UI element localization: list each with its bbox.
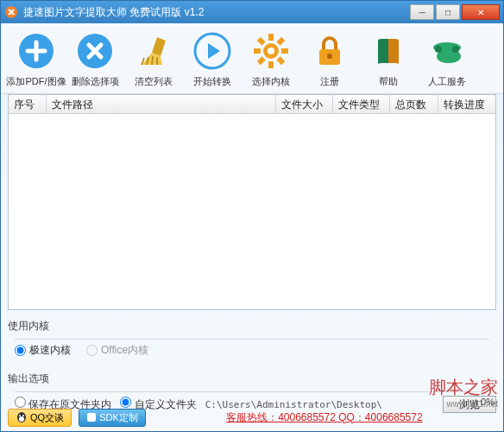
clear-button[interactable]: 清空列表 xyxy=(125,29,182,90)
engine-panel: 使用内核 极速内核 Office内核 xyxy=(8,315,496,363)
col-size[interactable]: 文件大小 xyxy=(276,95,333,113)
play-icon xyxy=(192,30,233,72)
help-button[interactable]: 帮助 xyxy=(360,29,417,90)
svg-rect-9 xyxy=(276,37,285,46)
output-label: 输出选项 xyxy=(8,368,496,390)
svg-rect-8 xyxy=(281,48,288,54)
engine-button[interactable]: 选择内核 xyxy=(243,29,299,90)
sdk-button[interactable]: SDK定制 xyxy=(79,409,146,427)
toolbar: 添加PDF/图像 删除选择项 清空列表 开始转换 选择内核 注册 帮助 人工服 xyxy=(1,23,503,94)
add-file-button[interactable]: 添加PDF/图像 xyxy=(8,29,65,90)
phone-icon xyxy=(426,30,468,72)
qq-icon xyxy=(16,411,28,423)
svg-point-15 xyxy=(327,54,332,59)
register-button[interactable]: 注册 xyxy=(301,29,358,90)
svg-rect-11 xyxy=(257,37,266,46)
remove-button[interactable]: 删除选择项 xyxy=(66,29,123,90)
svg-rect-23 xyxy=(87,413,96,422)
footer: QQ交谈 SDK定制 客服热线：4006685572 QQ：4006685572 xyxy=(8,407,496,428)
qq-chat-button[interactable]: QQ交谈 xyxy=(8,409,72,427)
toolbar-label: 添加PDF/图像 xyxy=(6,75,66,88)
svg-point-22 xyxy=(22,415,24,416)
toolbar-label: 清空列表 xyxy=(135,75,173,88)
svg-rect-5 xyxy=(268,34,274,41)
minimize-button[interactable]: ─ xyxy=(410,4,434,20)
titlebar[interactable]: 捷速图片文字提取大师 免费试用版 v1.2 ─ □ ✕ xyxy=(1,1,503,23)
plus-icon xyxy=(16,30,57,72)
svg-rect-12 xyxy=(276,56,285,65)
radio-fast-engine[interactable]: 极速内核 xyxy=(15,343,71,358)
sdk-icon xyxy=(86,412,97,422)
app-window: 捷速图片文字提取大师 免费试用版 v1.2 ─ □ ✕ 添加PDF/图像 删除选… xyxy=(0,0,504,432)
svg-rect-6 xyxy=(268,61,274,68)
col-index[interactable]: 序号 xyxy=(9,95,47,113)
col-path[interactable]: 文件路径 xyxy=(47,95,276,113)
svg-point-13 xyxy=(268,48,274,54)
engine-label: 使用内核 xyxy=(8,315,496,337)
toolbar-label: 人工服务 xyxy=(428,75,466,88)
progress-percent: 0% xyxy=(481,397,495,407)
toolbar-label: 删除选择项 xyxy=(72,75,119,88)
svg-point-18 xyxy=(452,46,459,53)
radio-office-engine: Office内核 xyxy=(86,343,148,358)
broom-icon xyxy=(133,30,174,72)
toolbar-label: 选择内核 xyxy=(252,75,290,88)
svg-rect-10 xyxy=(257,56,266,65)
app-icon xyxy=(4,5,18,19)
svg-point-20 xyxy=(19,416,24,422)
svg-point-21 xyxy=(19,415,21,416)
book-icon xyxy=(368,30,409,72)
toolbar-label: 开始转换 xyxy=(193,75,231,88)
svg-rect-7 xyxy=(254,48,261,54)
gear-icon xyxy=(250,30,292,72)
close-button[interactable]: ✕ xyxy=(462,4,500,20)
window-title: 捷速图片文字提取大师 免费试用版 v1.2 xyxy=(23,5,410,20)
service-button[interactable]: 人工服务 xyxy=(419,29,476,90)
toolbar-label: 帮助 xyxy=(379,75,398,88)
start-button[interactable]: 开始转换 xyxy=(184,29,241,90)
table-header: 序号 文件路径 文件大小 文件类型 总页数 转换进度 xyxy=(9,95,495,114)
svg-point-17 xyxy=(435,46,442,53)
col-type[interactable]: 文件类型 xyxy=(333,95,390,113)
toolbar-label: 注册 xyxy=(320,75,339,88)
maximize-button[interactable]: □ xyxy=(436,4,460,20)
file-table[interactable]: 序号 文件路径 文件大小 文件类型 总页数 转换进度 xyxy=(8,94,496,310)
hotline-link[interactable]: 客服热线：4006685572 QQ：4006685572 xyxy=(153,410,496,425)
lock-icon xyxy=(309,30,350,72)
col-progress[interactable]: 转换进度 xyxy=(438,95,495,113)
window-controls: ─ □ ✕ xyxy=(410,4,500,20)
cross-icon xyxy=(74,30,116,72)
col-pages[interactable]: 总页数 xyxy=(390,95,438,113)
